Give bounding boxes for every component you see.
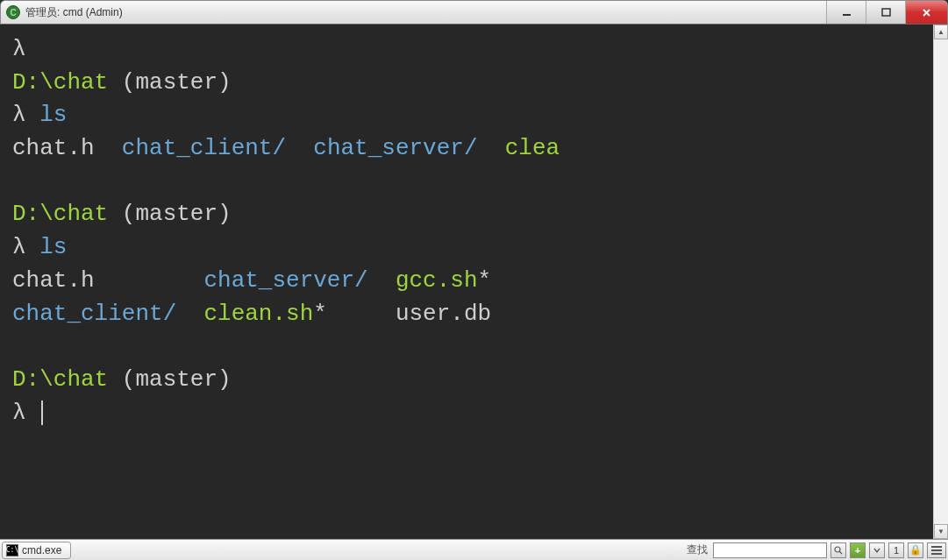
terminal-line: λ ls	[12, 231, 936, 265]
terminal-output[interactable]: λD:\chat (master)λ lschat.h chat_client/…	[0, 25, 948, 539]
lock-icon: 🔒	[909, 544, 922, 556]
app-icon: C	[6, 5, 20, 19]
terminal-line: chat.h chat_client/ chat_server/ clea	[12, 132, 936, 166]
console-number-button[interactable]: 1	[888, 542, 904, 558]
terminal-segment: chat.h	[12, 135, 122, 161]
magnifier-icon	[834, 546, 843, 555]
terminal-segment: *	[478, 267, 492, 294]
terminal-line: D:\chat (master)	[12, 364, 936, 397]
svg-point-2	[835, 547, 840, 552]
plus-icon: +	[855, 545, 860, 556]
scroll-up-button[interactable]: ▲	[934, 25, 948, 39]
terminal-line	[12, 330, 936, 364]
terminal-segment: clea	[505, 135, 560, 161]
status-bar: C:\ cmd.exe 查找 + 1 🔒	[0, 539, 948, 560]
terminal-line: λ ls	[12, 99, 936, 132]
terminal-segment: λ	[12, 36, 26, 62]
window-title: 管理员: cmd (Admin)	[25, 5, 123, 20]
terminal-segment: gcc.sh	[396, 267, 478, 294]
terminal-segment: chat_client/	[122, 135, 286, 161]
terminal-segment: λ	[12, 102, 39, 128]
terminal-segment	[478, 135, 505, 161]
vertical-scrollbar[interactable]: ▲ ▼	[933, 25, 948, 539]
minimize-icon	[842, 8, 852, 18]
terminal-line	[12, 166, 936, 199]
maximize-icon	[881, 8, 891, 18]
cmd-icon: C:\	[6, 544, 18, 556]
window-titlebar: C 管理员: cmd (Admin)	[0, 0, 948, 25]
terminal-segment: chat_server/	[313, 135, 477, 161]
terminal-line: λ	[12, 397, 936, 430]
terminal-segment	[286, 135, 313, 161]
terminal-line: D:\chat (master)	[12, 198, 936, 231]
terminal-segment: λ	[12, 234, 39, 260]
hamburger-icon	[931, 546, 942, 555]
search-dropdown-button[interactable]	[830, 542, 846, 558]
terminal-segment	[176, 301, 203, 327]
console-number: 1	[894, 545, 899, 556]
tab-label: cmd.exe	[22, 544, 61, 556]
terminal-segment: ls	[39, 102, 67, 128]
terminal-line: D:\chat (master)	[12, 67, 936, 100]
svg-line-3	[839, 551, 842, 554]
terminal-cursor	[41, 401, 43, 425]
scroll-down-button[interactable]: ▼	[934, 524, 948, 539]
menu-button[interactable]	[927, 542, 946, 558]
terminal-segment: ls	[39, 234, 67, 260]
window-controls	[826, 1, 947, 24]
close-button[interactable]	[905, 1, 947, 24]
terminal-segment: D:\chat	[12, 69, 122, 96]
minimize-button[interactable]	[826, 1, 866, 24]
app-icon-letter: C	[10, 8, 16, 18]
chevron-down-icon	[873, 547, 880, 554]
status-right-group: 查找 + 1 🔒	[687, 542, 946, 558]
terminal-segment: chat_server/	[203, 267, 367, 294]
terminal-segment: * user.db	[313, 301, 491, 327]
terminal-line: chat_client/ clean.sh* user.db	[12, 298, 936, 331]
maximize-button[interactable]	[866, 1, 905, 24]
terminal-segment: D:\chat	[12, 366, 122, 393]
console-tab[interactable]: C:\ cmd.exe	[2, 542, 71, 559]
terminal-segment	[368, 267, 396, 294]
svg-rect-0	[843, 14, 851, 16]
terminal-line: λ	[12, 33, 936, 67]
terminal-segment: D:\chat	[12, 201, 122, 227]
terminal-segment: chat_client/	[12, 301, 176, 327]
terminal-segment	[12, 168, 26, 195]
close-icon	[922, 8, 931, 18]
search-label: 查找	[687, 542, 708, 557]
terminal-segment: chat.h	[12, 267, 203, 294]
terminal-segment: λ	[12, 400, 39, 426]
terminal-segment: clean.sh	[203, 301, 313, 327]
search-input[interactable]	[713, 542, 827, 558]
terminal-segment: (master)	[122, 366, 232, 393]
lock-button[interactable]: 🔒	[908, 542, 923, 558]
terminal-line: chat.h chat_server/ gcc.sh*	[12, 265, 936, 298]
add-dropdown-button[interactable]	[869, 542, 885, 558]
add-console-button[interactable]: +	[850, 542, 866, 558]
svg-rect-1	[882, 9, 890, 16]
terminal-segment: (master)	[122, 69, 232, 96]
terminal-segment	[12, 333, 26, 359]
terminal-segment: (master)	[122, 201, 232, 227]
